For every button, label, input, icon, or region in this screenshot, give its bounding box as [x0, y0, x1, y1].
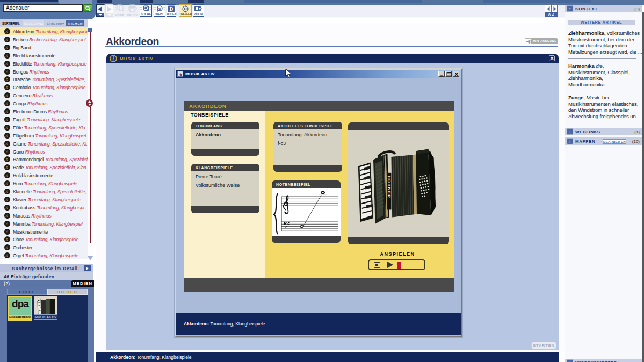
svg-text:HOHNER: HOHNER: [387, 176, 392, 198]
svg-text:w: w: [157, 6, 161, 10]
svg-text:D: D: [169, 6, 173, 12]
